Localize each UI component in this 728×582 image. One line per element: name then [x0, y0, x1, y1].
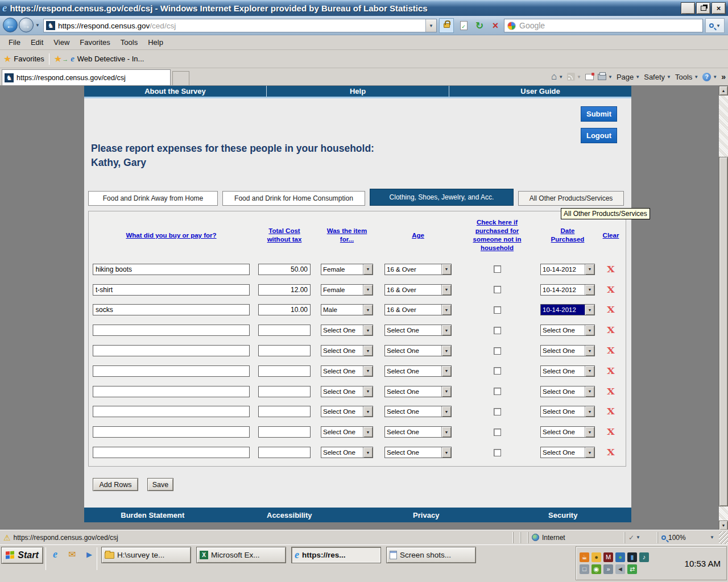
item-input[interactable]: [93, 284, 250, 296]
chevron-down-icon[interactable]: ▼: [363, 386, 373, 397]
toolbar-overflow-icon[interactable]: »: [721, 72, 726, 81]
item-for-select[interactable]: Select One▼: [321, 386, 373, 397]
chevron-down-icon[interactable]: ▼: [441, 366, 451, 376]
column-header-link[interactable]: What did you buy or pay for?: [126, 231, 216, 240]
volume-tray-icon[interactable]: ◄: [615, 564, 625, 574]
tab-food-and-drink-away-from-home[interactable]: Food and Drink Away from Home: [88, 191, 218, 206]
scroll-up-icon[interactable]: ▲: [719, 86, 728, 95]
close-button[interactable]: ×: [712, 2, 726, 14]
column-header-link[interactable]: Check here if purchased for someone not …: [465, 218, 529, 252]
chevron-down-icon[interactable]: ▼: [585, 447, 594, 458]
item-input[interactable]: [93, 325, 250, 336]
date-purchased-select[interactable]: Select One▼: [540, 426, 595, 438]
item-input[interactable]: [93, 264, 250, 275]
quicklaunch-outlook-icon[interactable]: ✉: [66, 548, 78, 560]
not-in-household-checkbox[interactable]: [494, 286, 501, 293]
not-in-household-checkbox[interactable]: [494, 429, 501, 436]
start-button[interactable]: Start: [1, 547, 43, 564]
date-purchased-select[interactable]: Select One▼: [540, 386, 595, 397]
refresh-button[interactable]: ↻: [472, 18, 487, 33]
date-purchased-select[interactable]: Select One▼: [540, 325, 595, 336]
cost-input[interactable]: [258, 284, 311, 296]
age-select[interactable]: Select One▼: [384, 365, 452, 377]
menu-favorites[interactable]: Favorites: [75, 36, 115, 49]
tab-clothing-shoes-jewelry-and-acc[interactable]: Clothing, Shoes, Jewelry, and Acc.: [370, 189, 514, 206]
not-in-household-checkbox[interactable]: [494, 367, 501, 375]
chevron-down-icon[interactable]: ▼: [585, 305, 594, 315]
clear-row-button[interactable]: X: [607, 427, 614, 437]
chevron-down-icon[interactable]: ▼: [585, 406, 594, 417]
cost-input[interactable]: [258, 426, 311, 438]
column-header-link[interactable]: Clear: [603, 231, 619, 240]
item-for-select[interactable]: Female▼: [321, 284, 373, 296]
taskbar-button-screen-shots[interactable]: Screen shots...: [386, 547, 476, 563]
add-favorite-icon[interactable]: ★: [54, 53, 62, 64]
item-for-select[interactable]: Select One▼: [321, 365, 373, 377]
footer-link-security[interactable]: Security: [495, 508, 632, 522]
menu-view[interactable]: View: [48, 36, 75, 49]
new-tab-button[interactable]: [172, 71, 189, 85]
mcafee-tray-icon[interactable]: M: [603, 552, 613, 562]
menu-file[interactable]: File: [3, 36, 26, 49]
menu-help[interactable]: Help: [143, 36, 168, 49]
item-input[interactable]: [93, 386, 250, 397]
clear-row-button[interactable]: X: [607, 264, 614, 275]
chevron-down-icon[interactable]: ▼: [363, 346, 373, 356]
clear-row-button[interactable]: X: [607, 285, 614, 295]
chevron-down-icon[interactable]: ▼: [585, 427, 594, 437]
chevron-down-icon[interactable]: ▼: [441, 346, 451, 356]
stop-button[interactable]: ×: [488, 18, 503, 33]
item-input[interactable]: [93, 304, 250, 315]
forward-button[interactable]: →: [19, 18, 34, 32]
item-input[interactable]: [93, 345, 250, 356]
chevron-down-icon[interactable]: ▼: [363, 305, 373, 315]
scroll-down-icon[interactable]: ▼: [719, 521, 728, 530]
item-input[interactable]: [93, 365, 250, 377]
history-dropdown-icon[interactable]: ▼: [35, 23, 40, 28]
item-for-select[interactable]: Male▼: [321, 304, 373, 315]
search-input[interactable]: Google: [504, 19, 703, 32]
display-settings-tray-icon[interactable]: □: [580, 564, 589, 574]
protected-mode-button[interactable]: ✓ ▼: [624, 532, 657, 543]
feeds-dropdown-icon[interactable]: ▼: [577, 74, 581, 80]
minimize-button[interactable]: _: [681, 2, 695, 14]
zoom-control[interactable]: 100% ▼: [657, 532, 718, 543]
item-for-select[interactable]: Select One▼: [321, 325, 373, 336]
item-for-select[interactable]: Select One▼: [321, 345, 373, 356]
chevron-down-icon[interactable]: ▼: [441, 427, 451, 437]
tools-menu[interactable]: Tools▼: [675, 73, 698, 81]
clear-row-button[interactable]: X: [607, 447, 614, 458]
item-input[interactable]: [93, 426, 250, 438]
print-icon[interactable]: [598, 74, 606, 80]
chevron-down-icon[interactable]: ▼: [585, 325, 594, 335]
chevron-down-icon[interactable]: ▼: [585, 264, 594, 275]
not-in-household-checkbox[interactable]: [494, 327, 501, 334]
item-input[interactable]: [93, 406, 250, 417]
network-globe-tray-icon[interactable]: ●: [615, 552, 625, 562]
chevron-down-icon[interactable]: ▼: [441, 285, 451, 295]
nav-link-user-guide[interactable]: User Guide: [449, 86, 631, 97]
date-purchased-select[interactable]: Select One▼: [540, 345, 595, 356]
cost-input[interactable]: [258, 345, 311, 356]
chevron-down-icon[interactable]: ▼: [363, 447, 373, 458]
security-lock-tray-icon[interactable]: ●: [592, 552, 601, 562]
clear-row-button[interactable]: X: [607, 305, 614, 315]
sync-tray-icon[interactable]: ⇄: [627, 564, 637, 574]
item-for-select[interactable]: Select One▼: [321, 447, 373, 458]
date-purchased-select[interactable]: Select One▼: [540, 406, 595, 417]
help-icon[interactable]: ?: [702, 73, 711, 81]
column-header-link[interactable]: Age: [412, 231, 424, 240]
submit-button[interactable]: Submit: [581, 106, 617, 122]
age-select[interactable]: 16 & Over▼: [384, 304, 452, 315]
not-in-household-checkbox[interactable]: [494, 265, 501, 273]
chevron-down-icon[interactable]: ▼: [441, 406, 451, 417]
chevron-down-icon[interactable]: ▼: [441, 325, 451, 335]
age-select[interactable]: Select One▼: [384, 345, 452, 356]
vertical-scrollbar[interactable]: ▲ ▼: [719, 86, 728, 530]
footer-link-accessibility[interactable]: Accessibility: [221, 508, 358, 522]
clear-row-button[interactable]: X: [607, 406, 614, 417]
item-input[interactable]: [93, 447, 250, 458]
cost-input[interactable]: [258, 264, 311, 275]
footer-link-burden-statement[interactable]: Burden Statement: [84, 508, 221, 522]
clear-row-button[interactable]: X: [607, 346, 614, 356]
